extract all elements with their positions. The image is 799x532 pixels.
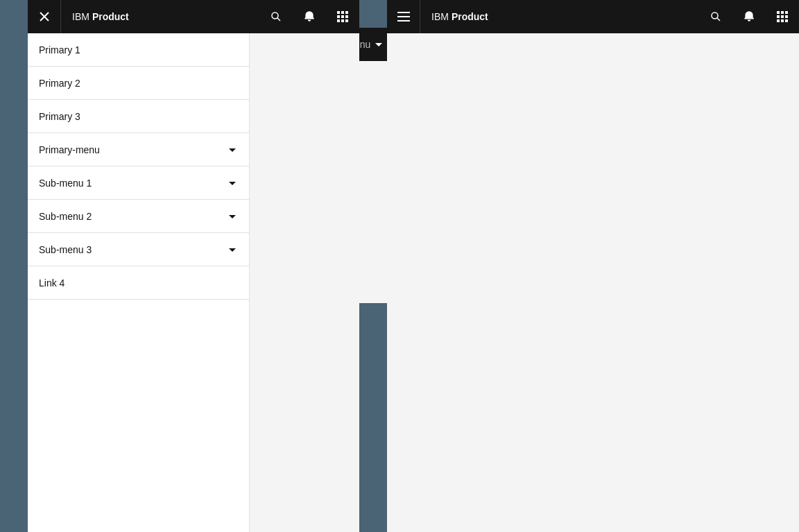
- mobile-submenu: Primary 1 Primary 2 Primary 3 Primary-me…: [28, 33, 250, 532]
- mobile-nav-submenu3-label: Sub-menu 3: [39, 244, 92, 255]
- search-icon: [710, 11, 721, 22]
- close-icon: [39, 11, 50, 22]
- mobile-nav-submenu2[interactable]: Sub-menu 2: [28, 200, 249, 233]
- chevron-down-icon: [227, 144, 238, 155]
- mobile-nav-primary3-label: Primary 3: [39, 111, 80, 122]
- mobile-nav-primary3[interactable]: Primary 3: [28, 100, 249, 133]
- hamburger-menu-button[interactable]: [387, 0, 420, 33]
- hamburger-notification-button[interactable]: [732, 0, 766, 33]
- chevron-down-icon: [227, 211, 238, 222]
- mobile-nav-link4-label: Link 4: [39, 277, 65, 289]
- mobile-notification-button[interactable]: [293, 0, 326, 33]
- hamburger-panel: IBM Product: [387, 0, 799, 532]
- close-button[interactable]: [28, 0, 61, 33]
- mobile-nav-primary1-label: Primary 1: [39, 44, 80, 55]
- svg-line-7: [717, 18, 720, 21]
- svg-line-5: [277, 18, 280, 21]
- mobile-nav-primary1[interactable]: Primary 1: [28, 33, 249, 67]
- chevron-down-icon: [227, 244, 238, 255]
- hamburger-panel-content: [387, 33, 799, 532]
- chevron-down-icon: [373, 39, 384, 50]
- hamburger-search-button[interactable]: [699, 0, 732, 33]
- mobile-actions: [259, 0, 359, 33]
- bell-icon: [303, 10, 316, 23]
- mobile-nav-primary2[interactable]: Primary 2: [28, 67, 249, 100]
- mobile-search-button[interactable]: [259, 0, 293, 33]
- hamburger-icon: [397, 12, 410, 22]
- hamburger-brand: IBM Product: [420, 11, 699, 22]
- mobile-nav-submenu1[interactable]: Sub-menu 1: [28, 166, 249, 200]
- grid-icon: [337, 11, 348, 22]
- mobile-brand-ibm: IBM: [72, 11, 89, 22]
- mobile-nav-link4[interactable]: Link 4: [28, 266, 249, 300]
- hamburger-navbar: IBM Product: [387, 0, 799, 33]
- mobile-brand: IBM Product: [61, 11, 259, 22]
- mobile-brand-product: Product: [92, 11, 129, 22]
- hamburger-brand-ibm: IBM: [431, 11, 449, 22]
- grid-icon: [777, 11, 788, 22]
- hamburger-grid-button[interactable]: [766, 0, 799, 33]
- mobile-open-panel: IBM Product: [28, 0, 359, 532]
- svg-point-4: [272, 12, 278, 19]
- mobile-navbar: IBM Product: [28, 0, 359, 33]
- mobile-nav-submenu2-label: Sub-menu 2: [39, 211, 92, 222]
- chevron-down-icon: [227, 178, 238, 189]
- mobile-nav-primary-menu[interactable]: Primary-menu: [28, 133, 249, 166]
- mobile-nav-primary-menu-label: Primary-menu: [39, 144, 100, 155]
- svg-point-6: [712, 12, 718, 19]
- mobile-nav-primary2-label: Primary 2: [39, 78, 80, 89]
- hamburger-brand-product: Product: [452, 11, 488, 22]
- mobile-nav-submenu3[interactable]: Sub-menu 3: [28, 233, 249, 266]
- search-icon: [270, 11, 282, 22]
- bell-icon: [743, 10, 755, 23]
- mobile-grid-button[interactable]: [326, 0, 359, 33]
- mobile-panel-content: [250, 33, 359, 532]
- hamburger-actions: [699, 0, 799, 33]
- mobile-nav-submenu1-label: Sub-menu 1: [39, 178, 92, 189]
- mobile-panel-wrapper: Primary 1 Primary 2 Primary 3 Primary-me…: [28, 33, 359, 532]
